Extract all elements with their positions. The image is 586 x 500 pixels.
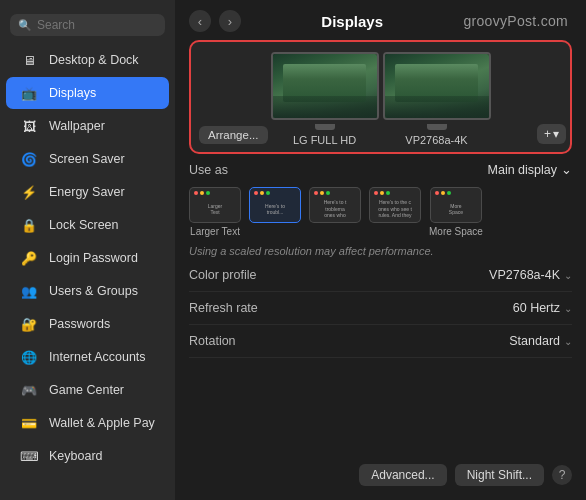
sidebar-label-internet-accounts: Internet Accounts (49, 350, 146, 364)
monitor-stand-lg (315, 124, 335, 130)
main-panel: ‹ › Displays groovyPost.com LG FULL HD V… (175, 0, 586, 500)
monitor-screen-vp (385, 54, 489, 118)
rotation-label: Rotation (189, 334, 236, 348)
resolution-options: Larger TextLarger TextHere's to troubl..… (189, 183, 572, 239)
color-profile-label: Color profile (189, 268, 256, 282)
sidebar-item-energy-saver[interactable]: ⚡Energy Saver (6, 176, 169, 208)
lock-screen-icon: 🔒 (18, 214, 40, 236)
refresh-rate-value[interactable]: 60 Hertz ⌄ (513, 301, 572, 315)
sidebar-label-game-center: Game Center (49, 383, 124, 397)
monitor-lg (271, 52, 379, 120)
use-as-value-text: Main display (488, 163, 557, 177)
internet-accounts-icon: 🌐 (18, 346, 40, 368)
add-display-button[interactable]: + ▾ (537, 124, 566, 144)
plus-icon: + (544, 127, 551, 141)
color-profile-row: Color profile VP2768a-4K ⌄ (189, 259, 572, 292)
sidebar-item-internet-accounts[interactable]: 🌐Internet Accounts (6, 341, 169, 373)
sidebar-item-wallpaper[interactable]: 🖼Wallpaper (6, 110, 169, 142)
rotation-arrow: ⌄ (564, 336, 572, 347)
sidebar-label-wallet-apple-pay: Wallet & Apple Pay (49, 416, 155, 430)
sidebar-label-users-groups: Users & Groups (49, 284, 138, 298)
sidebar: 🔍 🖥Desktop & Dock📺Displays🖼Wallpaper🌀Scr… (0, 0, 175, 500)
resolution-box-2: Here's to t troblema ones who (309, 187, 361, 223)
search-icon: 🔍 (18, 19, 32, 32)
traffic-lights (194, 191, 210, 195)
sidebar-label-displays: Displays (49, 86, 96, 100)
resolution-box-1: Here's to troubl... (249, 187, 301, 223)
sidebar-item-login-password[interactable]: 🔑Login Password (6, 242, 169, 274)
sidebar-label-login-password: Login Password (49, 251, 138, 265)
resolution-box-0: Larger Text (189, 187, 241, 223)
sidebar-label-desktop-dock: Desktop & Dock (49, 53, 139, 67)
night-shift-button[interactable]: Night Shift... (455, 464, 544, 486)
refresh-rate-arrow: ⌄ (564, 303, 572, 314)
page-title: Displays (249, 13, 455, 30)
resolution-option-0[interactable]: Larger TextLarger Text (189, 187, 241, 237)
color-profile-value[interactable]: VP2768a-4K ⌄ (489, 268, 572, 282)
topbar: ‹ › Displays groovyPost.com (175, 0, 586, 40)
sidebar-item-wallet-apple-pay[interactable]: 💳Wallet & Apple Pay (6, 407, 169, 439)
sidebar-label-screen-saver: Screen Saver (49, 152, 125, 166)
rotation-value-text: Standard (509, 334, 560, 348)
refresh-rate-label: Refresh rate (189, 301, 258, 315)
sidebar-item-game-center[interactable]: 🎮Game Center (6, 374, 169, 406)
displays-preview: LG FULL HD VP2768a-4K Arrange... + ▾ (189, 40, 572, 154)
wallpaper-icon: 🖼 (18, 115, 40, 137)
resolution-option-4[interactable]: More SpaceMore Space (429, 187, 483, 237)
search-bar[interactable]: 🔍 (10, 14, 165, 36)
sidebar-label-wallpaper: Wallpaper (49, 119, 105, 133)
display-label-vp: VP2768a-4K (405, 134, 467, 146)
sidebar-items-list: 🖥Desktop & Dock📺Displays🖼Wallpaper🌀Scree… (0, 44, 175, 473)
sidebar-label-keyboard: Keyboard (49, 449, 103, 463)
display-item-vp: VP2768a-4K (383, 52, 491, 146)
login-password-icon: 🔑 (18, 247, 40, 269)
rotation-row: Rotation Standard ⌄ (189, 325, 572, 358)
sidebar-item-displays[interactable]: 📺Displays (6, 77, 169, 109)
arrange-button[interactable]: Arrange... (199, 126, 268, 144)
sidebar-item-desktop-dock[interactable]: 🖥Desktop & Dock (6, 44, 169, 76)
watermark: groovyPost.com (463, 13, 572, 29)
sidebar-item-passwords[interactable]: 🔐Passwords (6, 308, 169, 340)
display-label-lg: LG FULL HD (293, 134, 356, 146)
resolution-label-0: Larger Text (190, 226, 240, 237)
resolution-option-3[interactable]: Here's to the c ones who see t rules. An… (369, 187, 421, 237)
resolution-box-4: More Space (430, 187, 482, 223)
sidebar-item-users-groups[interactable]: 👥Users & Groups (6, 275, 169, 307)
traffic-lights (314, 191, 330, 195)
passwords-icon: 🔐 (18, 313, 40, 335)
use-as-dropdown-arrow: ⌄ (561, 162, 572, 177)
display-item-lg: LG FULL HD (271, 52, 379, 146)
keyboard-icon: ⌨ (18, 445, 40, 467)
advanced-button[interactable]: Advanced... (359, 464, 446, 486)
scaled-notice: Using a scaled resolution may affect per… (189, 239, 572, 259)
use-as-value[interactable]: Main display ⌄ (488, 162, 572, 177)
sidebar-item-screen-saver[interactable]: 🌀Screen Saver (6, 143, 169, 175)
sidebar-item-keyboard[interactable]: ⌨Keyboard (6, 440, 169, 472)
resolution-box-3: Here's to the c ones who see t rules. An… (369, 187, 421, 223)
screen-saver-icon: 🌀 (18, 148, 40, 170)
displays-icon: 📺 (18, 82, 40, 104)
refresh-rate-row: Refresh rate 60 Hertz ⌄ (189, 292, 572, 325)
refresh-rate-value-text: 60 Hertz (513, 301, 560, 315)
monitor-screen-lg (273, 54, 377, 118)
resolution-option-2[interactable]: Here's to t troblema ones who (309, 187, 361, 237)
forward-button[interactable]: › (219, 10, 241, 32)
resolution-preview-content: Here's to troubl... (262, 193, 288, 218)
users-groups-icon: 👥 (18, 280, 40, 302)
back-button[interactable]: ‹ (189, 10, 211, 32)
monitor-vp (383, 52, 491, 120)
wallet-apple-pay-icon: 💳 (18, 412, 40, 434)
sidebar-label-energy-saver: Energy Saver (49, 185, 125, 199)
chevron-down-icon: ▾ (553, 127, 559, 141)
sidebar-label-passwords: Passwords (49, 317, 110, 331)
traffic-lights (254, 191, 270, 195)
energy-saver-icon: ⚡ (18, 181, 40, 203)
sidebar-item-lock-screen[interactable]: 🔒Lock Screen (6, 209, 169, 241)
traffic-lights (374, 191, 390, 195)
rotation-value[interactable]: Standard ⌄ (509, 334, 572, 348)
game-center-icon: 🎮 (18, 379, 40, 401)
resolution-option-1[interactable]: Here's to troubl... (249, 187, 301, 237)
help-button[interactable]: ? (552, 465, 572, 485)
desktop-dock-icon: 🖥 (18, 49, 40, 71)
search-input[interactable] (37, 18, 157, 32)
